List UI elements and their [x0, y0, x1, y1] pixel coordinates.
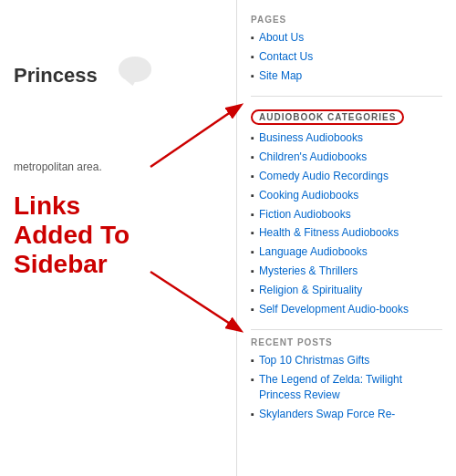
recent-posts-list: Top 10 Christmas Gifts The Legend of Zel… — [251, 353, 442, 421]
skylanders-link[interactable]: Skylanders Swap Force Re- — [259, 407, 395, 422]
list-item: Skylanders Swap Force Re- — [251, 407, 442, 422]
list-item: Business Audiobooks — [251, 130, 442, 146]
recent-posts-label: RECENT POSTS — [251, 337, 442, 347]
divider2 — [251, 329, 442, 330]
business-audiobooks-link[interactable]: Business Audiobooks — [259, 130, 363, 146]
religion-spirituality-link[interactable]: Religion & Spirituality — [259, 283, 362, 298]
list-item: Comedy Audio Recordings — [251, 169, 442, 184]
contact-us-link[interactable]: Contact Us — [259, 49, 313, 65]
categories-section: AUDIOBOOK CATEGORIES Business Audiobooks… — [251, 104, 442, 316]
self-development-link[interactable]: Self Development Audio-books — [259, 302, 409, 317]
categories-label: AUDIOBOOK CATEGORIES — [251, 109, 404, 125]
pages-label: PAGES — [251, 15, 442, 25]
links-added-box: Links Added To Sidebar — [14, 191, 223, 280]
list-item: Mysteries & Thrillers — [251, 264, 442, 279]
list-item: Self Development Audio-books — [251, 302, 442, 317]
list-item: Contact Us — [251, 49, 442, 65]
list-item: Language Audiobooks — [251, 244, 442, 260]
list-item: Health & Fitness Audiobooks — [251, 225, 442, 241]
cooking-audiobooks-link[interactable]: Cooking Audiobooks — [259, 188, 358, 203]
list-item: Fiction Audiobooks — [251, 207, 442, 222]
sidebar: PAGES About Us Contact Us Site Map AUDIO… — [237, 0, 456, 476]
svg-line-1 — [150, 106, 240, 167]
main-layout: Princess metropolitan area. Links Added … — [0, 0, 456, 476]
content-area: Princess metropolitan area. Links Added … — [0, 0, 237, 476]
body-text: metropolitan area. — [14, 160, 223, 173]
list-item: Cooking Audiobooks — [251, 188, 442, 203]
about-us-link[interactable]: About Us — [259, 30, 304, 46]
pages-list: About Us Contact Us Site Map — [251, 30, 442, 83]
zelda-review-link[interactable]: The Legend of Zelda: Twilight Princess R… — [259, 372, 442, 403]
pages-section: PAGES About Us Contact Us Site Map — [251, 15, 442, 83]
list-item: The Legend of Zelda: Twilight Princess R… — [251, 372, 442, 403]
speech-bubble-icon — [119, 57, 151, 82]
categories-list: Business Audiobooks Children's Audiobook… — [251, 130, 442, 316]
health-fitness-link[interactable]: Health & Fitness Audiobooks — [259, 225, 399, 241]
mysteries-thrillers-link[interactable]: Mysteries & Thrillers — [259, 264, 358, 279]
list-item: Top 10 Christmas Gifts — [251, 353, 442, 368]
language-audiobooks-link[interactable]: Language Audiobooks — [259, 244, 368, 260]
links-added-label: Links Added To Sidebar — [14, 191, 223, 280]
recent-posts-section: RECENT POSTS Top 10 Christmas Gifts The … — [251, 337, 442, 421]
divider — [251, 96, 442, 97]
list-item: Religion & Spirituality — [251, 283, 442, 298]
site-map-link[interactable]: Site Map — [259, 68, 302, 84]
list-item: Site Map — [251, 68, 442, 84]
list-item: Children's Audiobooks — [251, 150, 442, 165]
svg-line-3 — [150, 272, 240, 330]
list-item: About Us — [251, 30, 442, 46]
comedy-audio-link[interactable]: Comedy Audio Recordings — [259, 169, 389, 184]
childrens-audiobooks-link[interactable]: Children's Audiobooks — [259, 150, 367, 165]
christmas-gifts-link[interactable]: Top 10 Christmas Gifts — [259, 353, 369, 368]
fiction-audiobooks-link[interactable]: Fiction Audiobooks — [259, 207, 351, 222]
